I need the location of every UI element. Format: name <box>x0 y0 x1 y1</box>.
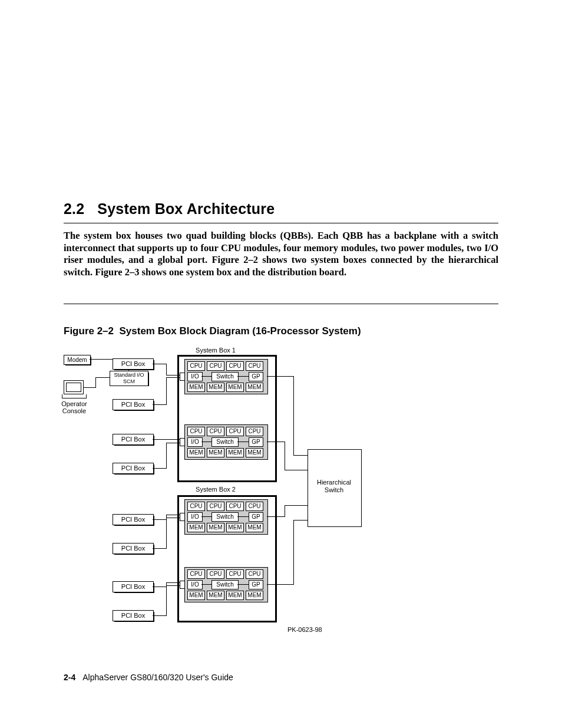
mem-chip: MEM <box>187 591 205 600</box>
figure-caption: Figure 2–2 System Box Block Diagram (16-… <box>64 325 361 337</box>
block-diagram: System Box 1 Modem Standard I/O SCM Oper… <box>64 343 394 657</box>
mem-chip: MEM <box>226 523 244 532</box>
console-label: Operator Console <box>59 400 90 414</box>
mem-chip: MEM <box>207 383 224 392</box>
wire <box>166 518 167 549</box>
mem-chip: MEM <box>226 448 244 457</box>
figure-title: System Box Block Diagram (16-Processor S… <box>120 325 361 337</box>
wire <box>166 443 167 469</box>
pci-box-2: PCI Box <box>113 399 154 410</box>
cpu-chip: CPU <box>187 361 205 371</box>
sysbox1-label: System Box 1 <box>189 347 242 354</box>
io-port <box>180 513 185 521</box>
io-port <box>180 373 185 381</box>
wire <box>166 377 180 378</box>
wire <box>166 364 167 375</box>
hs-label: Hierarchical Switch <box>308 479 361 494</box>
cpu-chip: CPU <box>226 361 244 371</box>
pci-box-4: PCI Box <box>113 463 154 474</box>
switch-chip: Switch <box>211 372 239 381</box>
wire <box>267 376 293 377</box>
mem-chip: MEM <box>187 448 205 457</box>
wire <box>201 584 211 585</box>
section-title: System Box Architecture <box>97 200 275 217</box>
wire <box>237 376 249 377</box>
pci-box-7: PCI Box <box>113 581 154 592</box>
wire <box>201 516 211 517</box>
wire <box>153 587 166 587</box>
cpu-chip: CPU <box>187 427 205 436</box>
wire <box>166 443 180 443</box>
cpu-chip: CPU <box>207 502 224 511</box>
page-footer: 2-4AlphaServer GS80/160/320 User's Guide <box>64 673 233 682</box>
wire <box>293 376 294 455</box>
section-heading: 2.2System Box Architecture <box>64 200 275 218</box>
rule-top <box>64 223 498 223</box>
cpu-chip: CPU <box>246 502 263 511</box>
cpu-chip: CPU <box>226 427 244 436</box>
wire <box>293 455 308 456</box>
pci-box-5: PCI Box <box>113 514 154 525</box>
mem-chip: MEM <box>226 383 244 392</box>
wire <box>267 442 285 442</box>
pci-box-3: PCI Box <box>113 434 154 445</box>
cpu-chip: CPU <box>246 361 263 371</box>
wire <box>267 516 285 517</box>
sysbox2-label: System Box 2 <box>189 486 242 493</box>
wire <box>166 585 180 586</box>
gp-chip: GP <box>249 372 263 381</box>
wire <box>153 468 166 469</box>
wire <box>166 518 180 518</box>
pci-box-6: PCI Box <box>113 543 154 554</box>
cpu-chip: CPU <box>187 569 205 579</box>
cpu-chip: CPU <box>207 361 224 371</box>
wire <box>153 519 166 520</box>
mem-chip: MEM <box>187 523 205 532</box>
wire <box>166 377 167 405</box>
switch-chip: Switch <box>211 512 239 522</box>
cpu-chip: CPU <box>246 569 263 579</box>
wire <box>153 404 166 405</box>
io-chip: I/O <box>187 512 203 522</box>
wire <box>95 377 96 388</box>
wire <box>153 439 180 440</box>
mem-chip: MEM <box>246 591 263 600</box>
figure-label: Figure 2–2 <box>64 325 114 337</box>
cpu-chip: CPU <box>187 502 205 511</box>
wire <box>237 584 249 585</box>
gp-chip: GP <box>249 512 263 522</box>
drawing-id: PK-0623-98 <box>287 626 335 633</box>
wire <box>201 442 211 442</box>
stdio-box: Standard I/O SCM <box>110 371 148 386</box>
io-chip: I/O <box>187 437 203 447</box>
wire <box>285 505 285 517</box>
cpu-chip: CPU <box>207 427 224 436</box>
mem-chip: MEM <box>246 448 263 457</box>
rule-bottom <box>64 304 498 304</box>
io-chip: I/O <box>187 580 203 589</box>
cpu-chip: CPU <box>226 502 244 511</box>
wire <box>84 387 95 388</box>
wire <box>285 470 308 470</box>
wire <box>285 505 308 506</box>
cpu-chip: CPU <box>226 569 244 579</box>
page-number: 2-4 <box>64 673 75 682</box>
wire <box>166 515 180 515</box>
switch-chip: Switch <box>211 437 239 447</box>
wire <box>153 364 166 364</box>
mem-chip: MEM <box>207 523 224 532</box>
io-port <box>180 581 185 589</box>
wire <box>237 442 249 442</box>
wire <box>237 516 249 517</box>
pci-box-1: PCI Box <box>113 358 154 370</box>
wire <box>166 582 180 583</box>
doc-title: AlphaServer GS80/160/320 User's Guide <box>82 673 233 682</box>
io-chip: I/O <box>187 372 203 381</box>
wire <box>293 520 308 521</box>
io-port <box>180 438 185 446</box>
intro-paragraph: The system box houses two quad building … <box>64 230 498 279</box>
modem-box: Modem <box>64 355 91 365</box>
wire <box>166 375 180 375</box>
wire <box>95 377 110 378</box>
mem-chip: MEM <box>207 591 224 600</box>
